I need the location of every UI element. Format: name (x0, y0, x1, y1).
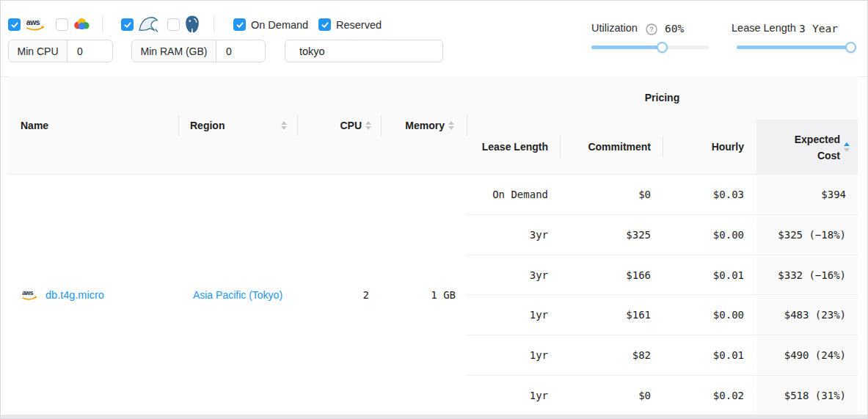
mysql-logo-icon (137, 15, 159, 34)
aws-logo-icon: aws (24, 18, 48, 32)
pricing-row: 1yr $161 $0.00 $483 (23%) (467, 294, 858, 335)
instance-name-link[interactable]: db.t4g.micro (45, 289, 104, 301)
sort-icon[interactable] (448, 121, 454, 131)
expected-cost-cell: $483 (23%) (756, 295, 858, 335)
instance-region-link[interactable]: Asia Pacific (Tokyo) (193, 289, 282, 301)
reserved-checkbox[interactable] (318, 18, 331, 31)
min-ram-label: Min RAM (GB) (132, 40, 216, 62)
sort-icon-active[interactable] (844, 142, 850, 152)
aws-checkbox[interactable] (8, 18, 21, 31)
commitment-cell: $325 (560, 215, 663, 255)
gcp-logo-icon (73, 17, 91, 32)
pricing-row: 1yr $0 $0.02 $518 (31%) (467, 375, 858, 415)
min-cpu-filter: Min CPU (8, 40, 113, 62)
column-header-cpu[interactable]: CPU (297, 76, 381, 175)
pricing-row: On Demand $0 $0.03 $394 (467, 175, 858, 214)
svg-text:aws: aws (26, 18, 40, 26)
commitment-cell: $0 (560, 175, 663, 214)
column-header-lease-length[interactable]: Lease Length (467, 119, 560, 175)
pricing-row: 3yr $166 $0.01 $332 (−16%) (467, 255, 858, 295)
filter-divider (102, 16, 103, 32)
column-header-memory[interactable]: Memory (381, 76, 467, 175)
svg-text:aws: aws (22, 289, 34, 296)
lease-length-cell: 3yr (467, 215, 560, 255)
expected-cost-cell: $325 (−18%) (756, 215, 858, 255)
aws-provider-icon: aws (21, 289, 40, 302)
filter-divider (214, 16, 214, 32)
column-header-expected-cost[interactable]: Expected Cost (756, 120, 858, 175)
lease-length-cell: 1yr (467, 295, 560, 335)
column-header-region[interactable]: Region (190, 76, 297, 175)
instance-name-cell: aws db.t4g.micro (21, 175, 104, 415)
lease-length-slider[interactable] (737, 42, 856, 53)
table-header: Name Region CPU Memory Pricing Lease Len… (8, 76, 858, 175)
min-ram-input[interactable] (216, 45, 265, 57)
slider-fill (737, 45, 856, 49)
column-header-commitment[interactable]: Commitment (560, 119, 663, 175)
utilization-label: Utilization (591, 22, 638, 34)
expected-cost-cell: $394 (756, 175, 858, 214)
postgresql-logo-icon (183, 15, 201, 34)
pricing-rows: On Demand $0 $0.03 $394 3yr $325 $0.00 $… (467, 175, 858, 415)
instance-pricing-app: aws On Demand Reserved Min CPU (0, 0, 868, 419)
instance-memory-cell: 1 GB (381, 175, 467, 415)
postgresql-checkbox[interactable] (167, 18, 180, 31)
lease-length-label: Lease Length (732, 22, 796, 34)
reserved-label: Reserved (336, 19, 382, 31)
header-divider (178, 115, 179, 136)
hourly-cell: $0.00 (663, 295, 756, 335)
pricing-row: 3yr $325 $0.00 $325 (−18%) (467, 214, 858, 255)
search-box (285, 40, 443, 62)
table-body: aws db.t4g.micro Asia Pacific (Tokyo) 2 … (8, 175, 858, 415)
svg-text:?: ? (649, 25, 653, 33)
lease-length-cell: 1yr (467, 335, 560, 375)
lease-length-unit: Year (812, 23, 838, 34)
min-cpu-label: Min CPU (9, 40, 68, 62)
min-cpu-input[interactable] (68, 45, 112, 57)
column-header-name[interactable]: Name (21, 76, 48, 175)
search-input[interactable] (299, 45, 437, 57)
horizontal-scrollbar[interactable] (1, 415, 867, 419)
hourly-cell: $0.00 (663, 215, 756, 255)
lease-length-cell: On Demand (467, 175, 560, 214)
check-icon (236, 21, 244, 29)
utilization-value: 60% (665, 23, 684, 34)
utilization-slider[interactable] (591, 42, 709, 53)
expected-cost-cell: $490 (24%) (756, 335, 858, 375)
expected-cost-cell: $518 (31%) (756, 376, 858, 415)
column-header-hourly[interactable]: Hourly (663, 119, 756, 175)
hourly-cell: $0.01 (663, 335, 756, 375)
hourly-cell: $0.01 (663, 255, 756, 295)
check-icon (10, 21, 19, 29)
on-demand-checkbox[interactable] (233, 18, 246, 31)
gcp-checkbox[interactable] (56, 18, 68, 31)
commitment-cell: $82 (560, 335, 663, 375)
check-icon (123, 21, 132, 29)
slider-fill (591, 45, 662, 49)
utilization-help-icon[interactable]: ? (646, 23, 657, 35)
mysql-checkbox[interactable] (121, 18, 134, 31)
sort-icon[interactable] (365, 121, 371, 131)
lease-length-value: 3 (799, 23, 806, 34)
min-ram-filter: Min RAM (GB) (131, 40, 266, 62)
pricing-group-header: Pricing (467, 76, 858, 119)
sort-icon[interactable] (281, 121, 287, 131)
instance-region-cell: Asia Pacific (Tokyo) (178, 175, 297, 415)
commitment-cell: $0 (560, 376, 663, 415)
lease-length-slider-handle[interactable] (845, 42, 856, 53)
hourly-cell: $0.02 (663, 376, 756, 415)
hourly-cell: $0.03 (663, 175, 756, 214)
lease-length-cell: 1yr (467, 376, 560, 415)
pricing-row: 1yr $82 $0.01 $490 (24%) (467, 335, 858, 375)
instance-cpu-cell: 2 (297, 175, 381, 415)
check-icon (321, 21, 329, 29)
commitment-cell: $161 (560, 295, 663, 335)
commitment-cell: $166 (560, 255, 663, 295)
expected-cost-cell: $332 (−16%) (756, 255, 858, 295)
utilization-slider-handle[interactable] (657, 42, 668, 53)
on-demand-label: On Demand (251, 19, 308, 31)
lease-length-cell: 3yr (467, 255, 560, 295)
